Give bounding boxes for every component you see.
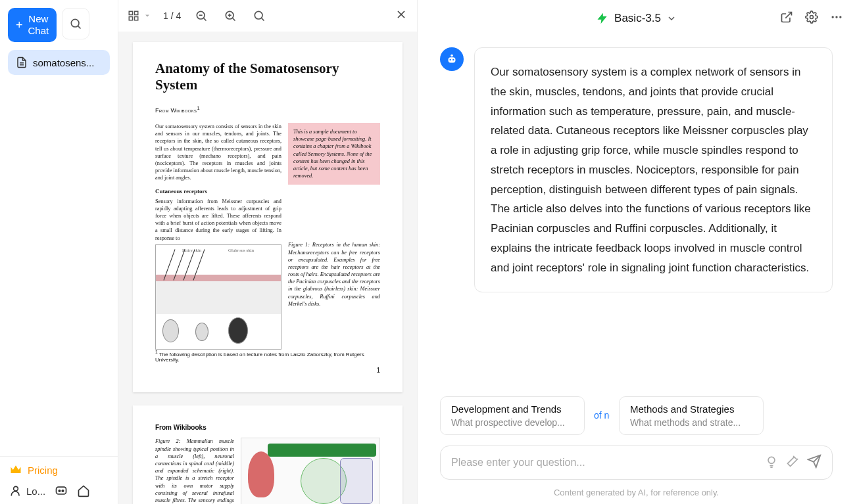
svg-rect-10 [129,17,132,20]
assistant-avatar [440,47,464,71]
svg-rect-5 [57,487,66,494]
page-indicator: 1 / 4 [163,11,181,21]
svg-point-33 [768,457,775,463]
svg-point-31 [452,59,454,60]
pdf-page-number: 1 [376,367,380,374]
footnote-sup: 1 [155,350,158,354]
zoom-in-button[interactable] [222,7,239,24]
pdf-close-button[interactable] [395,8,408,24]
model-selector[interactable]: Basic-3.5 [596,12,677,25]
suggestion-card[interactable]: Development and Trends What prospective … [440,396,585,435]
svg-point-4 [14,486,18,491]
footnote-text: The following description is based on le… [155,351,364,363]
svg-point-27 [839,16,841,18]
pdf-para1: Our somatosensory system consists of sen… [155,123,281,182]
chat-header: Basic-3.5 [418,0,855,37]
svg-rect-11 [135,17,138,20]
pdf-left-col: Our somatosensory system consists of sen… [155,123,281,350]
pricing-label: Pricing [28,465,58,476]
thread-item[interactable]: somatosens... [8,50,110,75]
suggestion-sub: What prospective develop... [451,417,574,428]
bulb-icon [765,455,778,468]
send-icon [807,454,821,469]
new-chat-button[interactable]: + New Chat [8,8,57,42]
grid-icon [128,10,139,22]
svg-point-6 [59,490,61,492]
label-hairy-skin: Hairy skin [182,248,201,254]
svg-point-25 [832,16,834,18]
user-icon [9,484,22,497]
zoom-out-icon [195,9,208,22]
model-name: Basic-3.5 [614,12,661,25]
skin-diagram: Hairy skin Glabrous skin Epidermis Dermi… [155,244,281,350]
pdf-footnote: 1 The following description is based on … [155,350,380,363]
pdf-subhead: Cutaneous receptors [155,187,281,195]
magic-button[interactable] [786,455,799,470]
svg-rect-32 [451,55,453,57]
pdf-search-button[interactable] [251,7,268,24]
svg-point-24 [810,16,814,19]
svg-line-23 [785,12,791,18]
svg-line-18 [233,18,235,21]
more-icon [830,11,843,24]
header-actions [780,11,843,26]
pdf-note-box: This is a sample document to showcase pa… [288,123,380,185]
settings-button[interactable] [805,11,818,26]
bolt-icon [596,12,609,25]
pdf-toolbar: 1 / 4 [118,0,417,32]
chat-body[interactable]: Our somatosensory system is a complex ne… [418,37,855,387]
pdf-right-col: This is a sample document to showcase pa… [288,123,380,350]
suggestion-title: Development and Trends [451,403,574,415]
send-button[interactable] [807,454,821,471]
open-external-button[interactable] [780,11,793,26]
pricing-link[interactable]: Pricing [9,463,109,476]
suggestion-clip: of nd [594,408,610,424]
pdf-page-2: From Wikibooks Figure 2: Mammalian muscl… [133,405,403,504]
gear-icon [805,11,818,24]
svg-line-20 [262,18,264,21]
close-icon [395,8,408,21]
wand-icon [786,455,799,468]
more-button[interactable] [830,11,843,26]
thread-label: somatosens... [33,57,94,68]
disclaimer: Content generated by AI, for reference o… [418,484,855,504]
pdf-source-sup: 1 [197,105,199,111]
sidebar-top: + New Chat [0,0,118,50]
pdf-para2: Sensory information from Meissner corpus… [155,198,281,242]
search-icon [253,9,266,22]
svg-point-26 [835,16,837,18]
zoom-out-button[interactable] [193,7,210,24]
svg-rect-29 [449,57,456,62]
pdf-source-text: From Wikibooks [155,107,197,114]
svg-rect-9 [135,11,138,14]
sidebar: + New Chat somatosens... Pricing Lo... [0,0,118,504]
pdf-fig-caption: Figure 1: Receptors in the human skin: M… [288,241,380,308]
svg-rect-8 [129,11,132,14]
question-input[interactable] [451,457,757,469]
user-menu[interactable]: Lo... [9,484,45,497]
svg-point-0 [72,19,80,27]
svg-point-19 [255,11,263,19]
search-icon [69,17,82,30]
hint-button[interactable] [765,455,778,470]
pdf-body: Our somatosensory system consists of sen… [155,123,380,350]
chevron-down-icon [666,13,677,24]
input-wrap [418,435,855,484]
thumbnails-button[interactable] [128,10,151,22]
robot-icon [445,52,459,66]
suggestion-card[interactable]: Methods and Strategies What methods and … [619,396,764,435]
discord-icon[interactable] [55,484,68,497]
pdf-page-1: Anatomy of the Somatosensory System From… [133,42,403,392]
home-icon[interactable] [77,484,90,497]
pdf-scroll[interactable]: Anatomy of the Somatosensory System From… [118,32,417,504]
input-box [440,446,833,480]
svg-line-1 [78,26,81,29]
svg-point-7 [62,490,64,492]
sidebar-bottom: Pricing Lo... [0,456,118,504]
chat-column: Basic-3.5 Our somatosensory system is a … [418,0,855,504]
suggestion-sub: What methods and strate... [630,417,752,428]
new-chat-line2: Chat [28,25,49,36]
external-link-icon [780,11,793,24]
sidebar-search-button[interactable] [62,8,89,39]
zoom-in-icon [224,9,237,22]
